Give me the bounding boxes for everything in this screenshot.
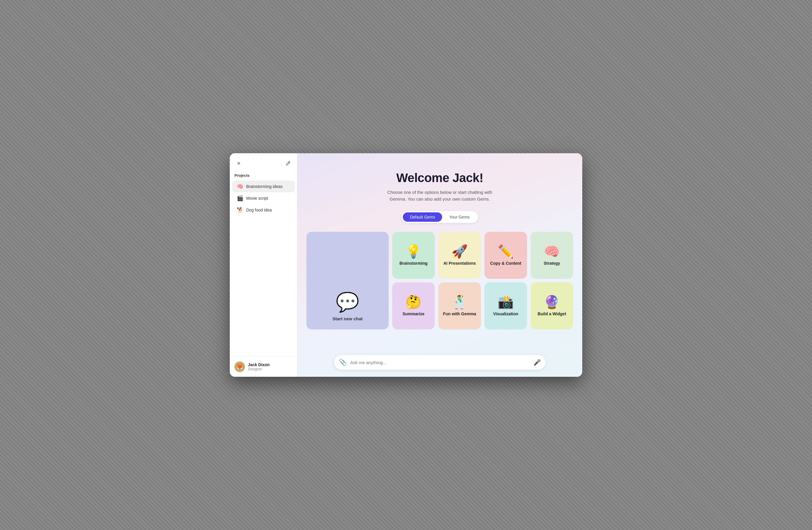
user-role: Designer bbox=[248, 367, 270, 371]
sidebar-item-brainstorming-ideas[interactable]: 🧠 Brainstorming ideas bbox=[232, 181, 295, 192]
close-sidebar-button[interactable]: ✕ bbox=[234, 159, 243, 167]
project-emoji: 🧠 bbox=[237, 183, 243, 190]
project-label: Brainstorming ideas bbox=[246, 184, 282, 189]
gem-label-summarize: Summarize bbox=[403, 311, 424, 316]
gem-label-fun-with-gemma: Fun with Gemma bbox=[443, 311, 476, 316]
new-chat-button[interactable] bbox=[284, 159, 292, 167]
user-info: Jack Dixon Designer bbox=[248, 362, 270, 371]
gem-emoji-brainstorming: 💡 bbox=[405, 245, 422, 258]
gem-card-build-widget[interactable]: 🔮 Build a Widget bbox=[531, 282, 573, 330]
mic-button[interactable]: 🎤 bbox=[534, 359, 541, 366]
attach-button[interactable]: 📎 bbox=[339, 359, 347, 366]
gem-emoji-ai-presentations: 🚀 bbox=[451, 245, 468, 258]
projects-list: 🧠 Brainstorming ideas 🎬 Movie script 🐕 D… bbox=[230, 181, 297, 216]
gem-emoji-strategy: 🧠 bbox=[544, 245, 560, 258]
tab-default-gems[interactable]: Default Gems bbox=[403, 212, 442, 222]
project-label: Movie script bbox=[246, 196, 268, 200]
app-window: ✕ Projects 🧠 Brainstorming ideas 🎬 Movie… bbox=[230, 153, 582, 377]
gems-grid: 💬 Start new chat 💡 Brainstorming 🚀 AI Pr… bbox=[306, 232, 573, 330]
gem-label-strategy: Strategy bbox=[543, 261, 560, 266]
welcome-subtitle: Choose one of the options below or start… bbox=[387, 189, 493, 203]
user-name: Jack Dixon bbox=[248, 362, 270, 367]
chat-bubble-icon: 💬 bbox=[336, 293, 359, 311]
gem-card-strategy[interactable]: 🧠 Strategy bbox=[531, 232, 573, 279]
tab-your-gems[interactable]: Your Gems bbox=[442, 212, 477, 222]
gem-emoji-copy-content: ✏️ bbox=[498, 245, 514, 258]
gem-label-build-widget: Build a Widget bbox=[538, 311, 566, 316]
gem-emoji-visualization: 📸 bbox=[498, 296, 514, 308]
projects-section-label: Projects bbox=[230, 173, 297, 181]
gem-emoji-summarize: 🤔 bbox=[405, 296, 422, 308]
gem-label: Start new chat bbox=[333, 316, 363, 321]
tabs-container: Default GemsYour Gems bbox=[402, 211, 478, 223]
sidebar-item-dog-food-idea[interactable]: 🐕 Dog food idea bbox=[232, 204, 295, 216]
gem-card-copy-content[interactable]: ✏️ Copy & Content bbox=[484, 232, 527, 279]
sidebar-footer: 🦊 Jack Dixon Designer bbox=[230, 357, 297, 377]
project-emoji: 🎬 bbox=[237, 195, 243, 201]
sidebar-item-movie-script[interactable]: 🎬 Movie script bbox=[232, 192, 295, 204]
gem-card-summarize[interactable]: 🤔 Summarize bbox=[392, 282, 435, 330]
gem-card-ai-presentations[interactable]: 🚀 AI Presentations bbox=[438, 232, 481, 279]
gem-card-visualization[interactable]: 📸 Visualization bbox=[484, 282, 527, 330]
gem-emoji-build-widget: 🔮 bbox=[544, 296, 560, 308]
gem-emoji-fun-with-gemma: 🕺 bbox=[451, 296, 468, 308]
welcome-title: Welcome Jack! bbox=[387, 171, 493, 185]
project-label: Dog food idea bbox=[246, 208, 272, 212]
welcome-section: Welcome Jack! Choose one of the options … bbox=[381, 153, 498, 211]
gem-label-brainstorming: Brainstorming bbox=[400, 261, 428, 266]
chat-input-bar: 📎 🎤 bbox=[334, 355, 546, 370]
gem-card-brainstorming[interactable]: 💡 Brainstorming bbox=[392, 232, 435, 279]
chat-input[interactable] bbox=[350, 360, 530, 365]
gem-card-fun-with-gemma[interactable]: 🕺 Fun with Gemma bbox=[438, 282, 481, 330]
project-emoji: 🐕 bbox=[237, 207, 243, 213]
gem-label-ai-presentations: AI Presentations bbox=[443, 261, 476, 266]
sidebar: ✕ Projects 🧠 Brainstorming ideas 🎬 Movie… bbox=[230, 153, 297, 377]
sidebar-header: ✕ bbox=[230, 159, 297, 173]
gem-label-visualization: Visualization bbox=[493, 311, 518, 316]
main-content: Welcome Jack! Choose one of the options … bbox=[297, 153, 582, 377]
avatar: 🦊 bbox=[234, 361, 245, 372]
gem-card-start-chat[interactable]: 💬 Start new chat bbox=[306, 232, 389, 330]
gem-label-copy-content: Copy & Content bbox=[490, 261, 521, 266]
